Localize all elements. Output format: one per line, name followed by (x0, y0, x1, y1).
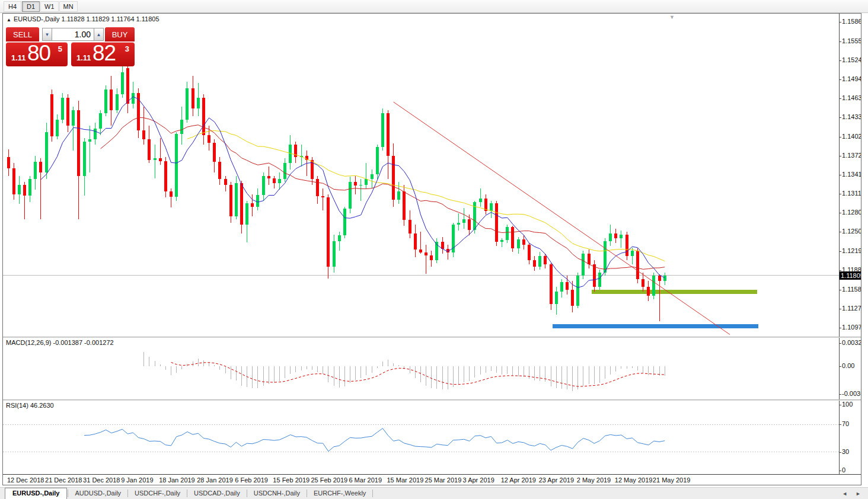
price-scale-label: 1.14940 (842, 75, 861, 82)
chart-tab-usdcnh[interactable]: USDCNH-,Daily (248, 488, 306, 498)
chart-background-layer (3, 276, 839, 328)
support-band[interactable] (592, 290, 757, 294)
rsi-pane[interactable]: RSI(14) 46.2630 (3, 401, 839, 474)
date-axis-label: 2 May 2019 (577, 476, 611, 484)
price-scale-label: 1.14025 (842, 133, 861, 140)
tab-separator (127, 490, 128, 497)
macd-chart[interactable] (3, 338, 839, 399)
macd-scale-label: 0.003287 (842, 339, 861, 346)
price-scale[interactable]: 1.158601.155501.152451.149401.146351.143… (839, 14, 861, 337)
date-axis-label: 15 Feb 2019 (273, 476, 309, 484)
timeframe-button-h4[interactable]: H4 (4, 1, 21, 12)
descending-trendline[interactable] (394, 102, 730, 334)
sell-price-sup: 5 (58, 44, 62, 53)
buy-price-panel[interactable]: 1.11 82 3 (71, 42, 135, 66)
collapse-triangle-icon[interactable]: ▲ (7, 17, 11, 23)
date-axis-label: 3 Apr 2019 (463, 476, 494, 484)
date-axis-label: 15 Mar 2019 (387, 476, 424, 484)
timeframe-button-w1[interactable]: W1 (40, 1, 59, 12)
timeframe-toolbar: H4D1W1MN (0, 0, 868, 13)
date-axis-label: 25 Feb 2019 (311, 476, 347, 484)
chart-window: ▲EURUSD-,Daily 1.11828 1.11829 1.11764 1… (2, 13, 861, 485)
macd-scale-label: 0.00 (842, 362, 854, 369)
price-scale-label: 1.13720 (842, 152, 861, 159)
sell-price-big: 80 (27, 41, 50, 66)
buy-price-sup: 3 (125, 44, 129, 53)
tab-separator (68, 490, 68, 497)
chart-ohlc-values: 1.11828 1.11829 1.11764 1.11805 (62, 15, 159, 23)
macd-scale-label: -0.003659 (842, 390, 861, 397)
date-axis-label: 21 Dec 2018 (45, 476, 82, 484)
rsi-scale[interactable]: 10070300 (839, 401, 861, 474)
tab-separator (307, 490, 307, 497)
rsi-chart[interactable] (3, 401, 839, 474)
price-scale-label: 1.11275 (842, 305, 861, 312)
price-scale-label: 1.11580 (842, 286, 861, 293)
tab-separator (187, 490, 187, 497)
volume-increase-button[interactable]: ▲ (94, 28, 104, 41)
chart-tab-eurchf[interactable]: EURCHF-,Weekly (308, 488, 372, 498)
macd-label: MACD(12,26,9) -0.001387 -0.001272 (6, 339, 114, 346)
one-click-trading-widget: SELL ▼ ▲ BUY 1.11 80 5 1.11 82 3 (6, 27, 135, 66)
date-axis-label: 31 Dec 2018 (83, 476, 120, 484)
candles-layer (7, 66, 666, 321)
date-axis-label: 9 Jan 2019 (121, 476, 153, 484)
date-axis[interactable]: 12 Dec 201821 Dec 201831 Dec 20189 Jan 2… (3, 474, 861, 485)
macd-scale[interactable]: 0.0032870.00-0.003659 (839, 338, 861, 399)
chart-tab-usdchf[interactable]: USDCHF-,Daily (129, 488, 186, 498)
ma-fast-line (41, 97, 665, 287)
tabs-scroll-right-icon[interactable]: ► (856, 491, 861, 497)
price-scale-label: 1.14330 (842, 113, 861, 120)
date-axis-label: 18 Jan 2019 (159, 476, 195, 484)
scroll-to-end-icon[interactable]: ▼ (669, 14, 675, 20)
rsi-scale-label: 100 (842, 401, 853, 408)
chart-tab-bar: EURUSD-,DailyAUDUSD-,DailyUSDCHF-,DailyU… (0, 487, 868, 499)
buy-price-small: 1.11 (76, 53, 91, 62)
price-scale-label: 1.12805 (842, 209, 861, 216)
date-axis-label: 25 Mar 2019 (425, 476, 462, 484)
tab-separator (247, 490, 247, 497)
rsi-scale-label: 0 (842, 466, 845, 474)
price-scale-label: 1.15550 (842, 37, 861, 44)
current-price-tag: 1.11805 (840, 271, 861, 280)
price-chart-pane[interactable]: ▲EURUSD-,Daily 1.11828 1.11829 1.11764 1… (3, 14, 839, 337)
date-axis-label: 12 Apr 2019 (501, 476, 536, 484)
rsi-scale-label: 30 (842, 448, 849, 455)
sell-price-panel[interactable]: 1.11 80 5 (6, 42, 68, 66)
timeframe-button-d1[interactable]: D1 (22, 1, 40, 12)
buy-button[interactable]: BUY (105, 27, 135, 41)
macd-pane[interactable]: MACD(12,26,9) -0.001387 -0.001272 (3, 338, 839, 399)
tabs-scroll-left-icon[interactable]: ◄ (842, 491, 847, 497)
date-axis-label: 28 Jan 2019 (197, 476, 233, 484)
rsi-label: RSI(14) 46.2630 (6, 402, 54, 409)
price-scale-label: 1.13110 (842, 190, 861, 197)
price-scale-label: 1.15245 (842, 56, 861, 63)
chart-tab-eurusd[interactable]: EURUSD-,Daily (5, 488, 67, 499)
date-axis-label: 21 May 2019 (653, 476, 691, 484)
price-scale-label: 1.13415 (842, 171, 861, 178)
date-axis-label: 6 Feb 2019 (235, 476, 268, 484)
price-scale-label: 1.10970 (842, 324, 861, 331)
buy-price-big: 82 (92, 41, 116, 66)
chart-symbol-label: EURUSD-,Daily (14, 15, 60, 23)
price-scale-label: 1.12195 (842, 247, 861, 254)
date-axis-label: 6 Mar 2019 (349, 476, 382, 484)
volume-input[interactable] (52, 28, 94, 41)
chart-tab-audusd[interactable]: AUDUSD-,Daily (69, 488, 127, 498)
target-band[interactable] (553, 324, 759, 328)
chart-tab-usdcad[interactable]: USDCAD-,Daily (188, 488, 246, 498)
volume-decrease-button[interactable]: ▼ (42, 28, 52, 41)
sell-price-small: 1.11 (11, 53, 26, 62)
chart-title: ▲EURUSD-,Daily 1.11828 1.11829 1.11764 1… (7, 15, 159, 23)
price-scale-label: 1.15860 (842, 18, 861, 25)
date-axis-label: 23 Apr 2019 (539, 476, 574, 484)
timeframe-button-mn[interactable]: MN (59, 1, 78, 12)
sell-button[interactable]: SELL (6, 27, 39, 41)
tab-separator (372, 490, 373, 497)
macd-signal-line (171, 362, 665, 386)
date-axis-label: 12 May 2019 (615, 476, 653, 484)
rsi-scale-label: 70 (842, 420, 849, 427)
rsi-line (84, 428, 665, 452)
date-axis-label: 12 Dec 2018 (7, 476, 44, 484)
price-scale-label: 1.12500 (842, 228, 861, 235)
